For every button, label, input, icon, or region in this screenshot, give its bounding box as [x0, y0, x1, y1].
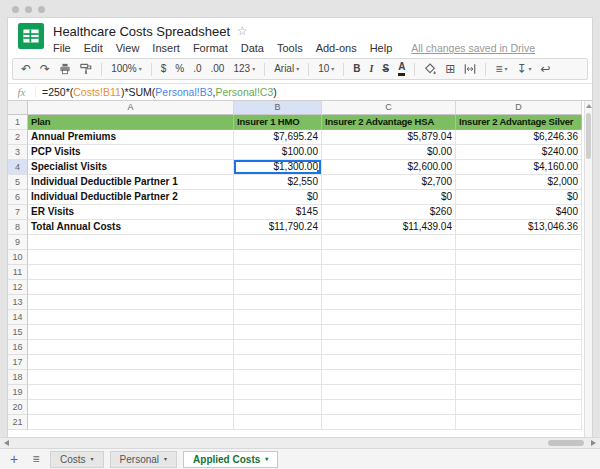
font-family-select-button[interactable]: Arial▾ — [274, 64, 299, 74]
borders-button[interactable]: ⊞ — [445, 63, 455, 75]
cell-B9[interactable] — [234, 235, 322, 250]
cell-D14[interactable] — [456, 310, 582, 325]
add-sheet-button[interactable]: + — [6, 452, 22, 466]
saved-status[interactable]: All changes saved in Drive — [411, 42, 535, 54]
cell-A8[interactable]: Total Annual Costs — [28, 220, 234, 235]
select-all-corner[interactable] — [8, 101, 28, 115]
cell-C13[interactable] — [322, 295, 456, 310]
formula-input[interactable]: =250*(Costs!B11)*SUM(Personal!B3,Persona… — [36, 86, 277, 98]
menu-data[interactable]: Data — [241, 42, 264, 54]
cell-D16[interactable] — [456, 340, 582, 355]
row-header-2[interactable]: 2 — [8, 130, 28, 145]
row-header-12[interactable]: 12 — [8, 280, 28, 295]
row-header-20[interactable]: 20 — [8, 400, 28, 415]
cell-B16[interactable] — [234, 340, 322, 355]
cell-C5[interactable]: $2,700 — [322, 175, 456, 190]
more-formats-button[interactable]: 123▾ — [233, 64, 255, 74]
cell-B10[interactable] — [234, 250, 322, 265]
menu-view[interactable]: View — [116, 42, 140, 54]
cell-B21[interactable] — [234, 415, 322, 430]
text-wrap-button[interactable]: ↩ — [541, 63, 551, 75]
menu-add-ons[interactable]: Add-ons — [316, 42, 357, 54]
cell-D18[interactable] — [456, 370, 582, 385]
cell-C15[interactable] — [322, 325, 456, 340]
cell-B11[interactable] — [234, 265, 322, 280]
increase-decimal-places-button[interactable]: .00 — [211, 64, 225, 74]
paint-format-button[interactable] — [80, 63, 92, 75]
cell-D7[interactable]: $400 — [456, 205, 582, 220]
cell-D5[interactable]: $2,000 — [456, 175, 582, 190]
row-header-21[interactable]: 21 — [8, 415, 28, 430]
cell-D6[interactable]: $0 — [456, 190, 582, 205]
window-zoom-button[interactable] — [38, 6, 45, 13]
cell-A5[interactable]: Individual Deductible Partner 1 — [28, 175, 234, 190]
cell-C6[interactable]: $0 — [322, 190, 456, 205]
cell-B3[interactable]: $100.00 — [234, 145, 322, 160]
cell-A21[interactable] — [28, 415, 234, 430]
cell-A11[interactable] — [28, 265, 234, 280]
all-sheets-menu-icon[interactable]: ≡ — [28, 453, 44, 465]
cell-C17[interactable] — [322, 355, 456, 370]
cell-A13[interactable] — [28, 295, 234, 310]
cell-C4[interactable]: $2,600.00 — [322, 160, 456, 175]
star-icon[interactable]: ☆ — [237, 25, 248, 37]
print-button[interactable] — [59, 63, 71, 75]
row-header-9[interactable]: 9 — [8, 235, 28, 250]
row-header-3[interactable]: 3 — [8, 145, 28, 160]
cell-A18[interactable] — [28, 370, 234, 385]
scroll-left-icon[interactable] — [4, 440, 9, 446]
cell-D20[interactable] — [456, 400, 582, 415]
row-header-10[interactable]: 10 — [8, 250, 28, 265]
row-header-19[interactable]: 19 — [8, 385, 28, 400]
column-header-D[interactable]: D — [456, 101, 582, 115]
cell-C18[interactable] — [322, 370, 456, 385]
cell-A15[interactable] — [28, 325, 234, 340]
format-as-percent-button[interactable]: % — [175, 64, 184, 74]
cell-D8[interactable]: $13,046.36 — [456, 220, 582, 235]
cell-B7[interactable]: $145 — [234, 205, 322, 220]
cell-A7[interactable]: ER Visits — [28, 205, 234, 220]
row-header-8[interactable]: 8 — [8, 220, 28, 235]
cell-C2[interactable]: $5,879.04 — [322, 130, 456, 145]
cell-B2[interactable]: $7,695.24 — [234, 130, 322, 145]
row-header-5[interactable]: 5 — [8, 175, 28, 190]
document-title[interactable]: Healthcare Costs Spreadsheet — [53, 24, 230, 39]
font-size-select-button[interactable]: 10▾ — [318, 64, 334, 74]
strikethrough-button[interactable]: S — [382, 64, 389, 74]
horizontal-scroll-thumb[interactable] — [548, 440, 584, 446]
sheet-tab-personal[interactable]: Personal▾ — [110, 451, 177, 468]
cell-A3[interactable]: PCP Visits — [28, 145, 234, 160]
merge-cells-button[interactable] — [464, 63, 476, 75]
sheet-tab-costs[interactable]: Costs▾ — [50, 451, 104, 468]
cell-C11[interactable] — [322, 265, 456, 280]
row-header-18[interactable]: 18 — [8, 370, 28, 385]
menu-format[interactable]: Format — [193, 42, 228, 54]
cell-C10[interactable] — [322, 250, 456, 265]
vertical-scrollbar[interactable] — [584, 101, 592, 437]
decrease-decimal-places-button[interactable]: .0 — [193, 64, 201, 74]
row-header-6[interactable]: 6 — [8, 190, 28, 205]
cell-C3[interactable]: $0.00 — [322, 145, 456, 160]
row-header-1[interactable]: 1 — [8, 115, 28, 130]
column-header-A[interactable]: A — [28, 101, 234, 115]
italic-button[interactable]: I — [370, 64, 374, 74]
scroll-right-icon[interactable] — [591, 440, 596, 446]
cell-D10[interactable] — [456, 250, 582, 265]
cell-C19[interactable] — [322, 385, 456, 400]
cell-A2[interactable]: Annual Premiums — [28, 130, 234, 145]
cell-B4[interactable]: $1,300.00 — [234, 160, 322, 175]
row-header-14[interactable]: 14 — [8, 310, 28, 325]
window-minimize-button[interactable] — [25, 6, 32, 13]
cell-A6[interactable]: Individual Deductible Partner 2 — [28, 190, 234, 205]
window-close-button[interactable] — [12, 6, 19, 13]
cell-D11[interactable] — [456, 265, 582, 280]
cell-D12[interactable] — [456, 280, 582, 295]
row-header-7[interactable]: 7 — [8, 205, 28, 220]
vertical-align-button[interactable]: ↧▾ — [516, 63, 531, 75]
cell-A4[interactable]: Specialist Visits — [28, 160, 234, 175]
cell-C8[interactable]: $11,439.04 — [322, 220, 456, 235]
cell-D19[interactable] — [456, 385, 582, 400]
cell-B17[interactable] — [234, 355, 322, 370]
cell-D13[interactable] — [456, 295, 582, 310]
cell-B18[interactable] — [234, 370, 322, 385]
